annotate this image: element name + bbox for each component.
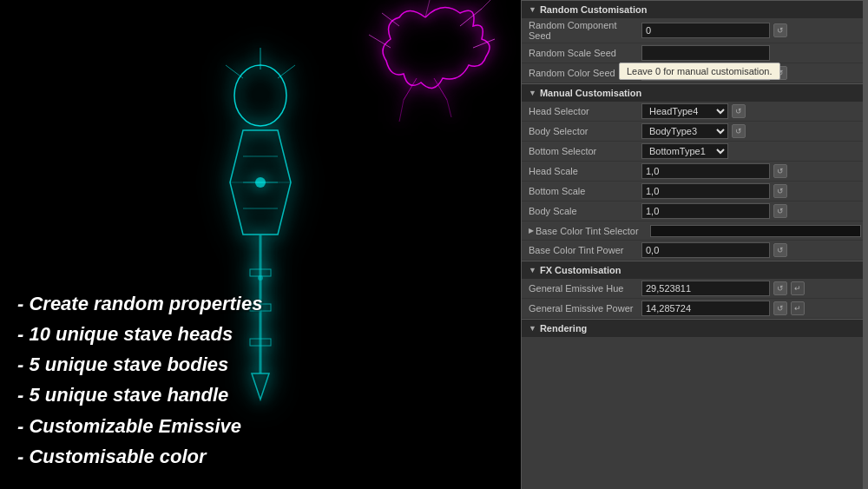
feature-line-1: - Create random properties (17, 288, 262, 319)
reset-body-selector[interactable]: ↺ (732, 124, 746, 138)
feature-line-5: - Customizable Emissive (17, 411, 262, 441)
svg-line-25 (399, 100, 404, 122)
label-bottom-selector: Bottom Selector (529, 146, 641, 156)
property-row-general-emissive-hue: General Emissive Hue ↺ ↵ (522, 279, 868, 299)
input-random-scale-seed[interactable] (641, 45, 770, 61)
extra-btn-general-emissive-hue[interactable]: ↵ (791, 281, 805, 295)
label-random-component-seed: Random Component Seed (529, 20, 641, 41)
dropdown-body-selector[interactable]: BodyType3 BodyType1 BodyType2 (641, 123, 728, 139)
extra-btn-general-emissive-power[interactable]: ↵ (791, 301, 805, 315)
input-random-component-seed[interactable] (641, 23, 770, 38)
feature-text-block: - Create random properties - 10 unique s… (17, 288, 262, 472)
value-general-emissive-hue: ↺ ↵ (641, 281, 861, 296)
input-body-scale[interactable] (641, 203, 770, 219)
value-general-emissive-power: ↺ ↵ (641, 301, 861, 316)
feature-line-4: - 5 unique stave handle (17, 380, 262, 410)
section-fx-collapse-icon: ▼ (529, 266, 536, 274)
feature-line-2: - 10 unique stave heads (17, 319, 262, 349)
svg-point-0 (234, 65, 286, 126)
tooltip-random-scale-seed: Leave 0 for manual customisation. (619, 63, 780, 80)
dropdown-head-selector[interactable]: HeadType4 HeadType1 HeadType2 HeadType3 (641, 103, 728, 119)
svg-line-23 (447, 100, 451, 117)
property-row-head-selector: Head Selector HeadType4 HeadType1 HeadTy… (522, 102, 868, 122)
section-fx-label: FX Customisation (540, 265, 621, 275)
input-base-color-tint-power[interactable] (641, 242, 770, 258)
dropdown-bottom-selector[interactable]: BottomType1 BottomType2 BottomType3 (641, 143, 728, 159)
svg-line-24 (404, 78, 417, 100)
creature-pink (347, 0, 503, 243)
label-body-selector: Body Selector (529, 126, 641, 136)
svg-point-14 (255, 177, 266, 188)
section-manual-customisation[interactable]: ▼ Manual Customisation (522, 83, 868, 102)
section-random-customisation[interactable]: ▼ Random Customisation (522, 0, 868, 18)
label-general-emissive-power: General Emissive Power (529, 303, 641, 314)
value-bottom-scale: ↺ (641, 183, 861, 199)
property-row-random-component-seed: Random Component Seed ↺ (522, 18, 868, 43)
label-base-color-tint-selector: Base Color Tint Selector (536, 226, 639, 236)
label-body-scale: Body Scale (529, 206, 641, 216)
label-base-color-tint-power: Base Color Tint Power (529, 245, 641, 255)
value-body-scale: ↺ (641, 203, 861, 219)
property-row-body-scale: Body Scale ↺ (522, 202, 868, 221)
svg-line-2 (226, 65, 243, 78)
section-rendering-label: Rendering (540, 323, 587, 334)
reset-head-selector[interactable]: ↺ (732, 104, 746, 118)
value-base-color-tint-selector (650, 225, 861, 237)
reset-head-scale[interactable]: ↺ (773, 164, 787, 178)
value-head-scale: ↺ (641, 163, 861, 179)
property-row-body-selector: Body Selector BodyType3 BodyType1 BodyTy… (522, 122, 868, 142)
property-row-random-scale-seed: Random Scale Seed Leave 0 for manual cus… (522, 43, 868, 63)
section-rendering[interactable]: ▼ Rendering (522, 319, 868, 337)
property-row-head-scale: Head Scale ↺ (522, 162, 868, 182)
reset-general-emissive-hue[interactable]: ↺ (773, 281, 787, 295)
input-head-scale[interactable] (641, 163, 770, 179)
label-head-selector: Head Selector (529, 106, 641, 116)
scene-background: - Create random properties - 10 unique s… (0, 0, 521, 489)
section-random-label: Random Customisation (540, 4, 647, 15)
panel-edge-strip (863, 0, 868, 489)
label-random-scale-seed: Random Scale Seed (529, 48, 641, 58)
label-head-scale: Head Scale (529, 166, 641, 176)
value-body-selector: BodyType3 BodyType1 BodyType2 ↺ (641, 123, 861, 139)
property-row-bottom-selector: Bottom Selector BottomType1 BottomType2 … (522, 142, 868, 162)
property-row-base-color-tint-power: Base Color Tint Power ↺ (522, 241, 868, 261)
svg-line-3 (278, 65, 295, 78)
expand-arrow-base-color: ▶ (529, 227, 534, 235)
reset-random-component-seed[interactable]: ↺ (773, 23, 787, 37)
feature-line-6: - Customisable color (17, 441, 262, 472)
section-manual-collapse-icon: ▼ (529, 89, 536, 97)
input-bottom-scale[interactable] (641, 183, 770, 199)
svg-line-19 (382, 13, 399, 26)
section-rendering-collapse-icon: ▼ (529, 324, 536, 333)
value-random-component-seed: ↺ (641, 23, 861, 38)
section-fx-customisation[interactable]: ▼ FX Customisation (522, 261, 868, 279)
property-row-bottom-scale: Bottom Scale ↺ (522, 182, 868, 202)
value-random-scale-seed (641, 45, 861, 61)
input-general-emissive-power[interactable] (641, 301, 770, 316)
reset-base-color-tint-power[interactable]: ↺ (773, 243, 787, 257)
svg-line-17 (482, 0, 490, 9)
reset-general-emissive-power[interactable]: ↺ (773, 301, 787, 315)
section-collapse-icon: ▼ (529, 5, 536, 14)
section-manual-label: Manual Customisation (540, 88, 641, 98)
properties-panel: ▼ Random Customisation Random Component … (521, 0, 868, 489)
color-bar-base-tint[interactable] (650, 225, 861, 237)
value-bottom-selector: BottomType1 BottomType2 BottomType3 (641, 143, 861, 159)
reset-body-scale[interactable]: ↺ (773, 204, 787, 218)
feature-line-3: - 5 unique stave bodies (17, 349, 262, 380)
input-general-emissive-hue[interactable] (641, 281, 770, 296)
label-bottom-scale: Bottom Scale (529, 186, 641, 196)
svg-point-15 (258, 275, 263, 281)
value-base-color-tint-power: ↺ (641, 242, 861, 258)
property-row-base-color-tint-selector: ▶ Base Color Tint Selector (522, 221, 868, 241)
label-general-emissive-hue: General Emissive Hue (529, 283, 641, 294)
reset-bottom-scale[interactable]: ↺ (773, 184, 787, 198)
property-row-general-emissive-power: General Emissive Power ↺ ↵ (522, 299, 868, 319)
value-head-selector: HeadType4 HeadType1 HeadType2 HeadType3 … (641, 103, 861, 119)
